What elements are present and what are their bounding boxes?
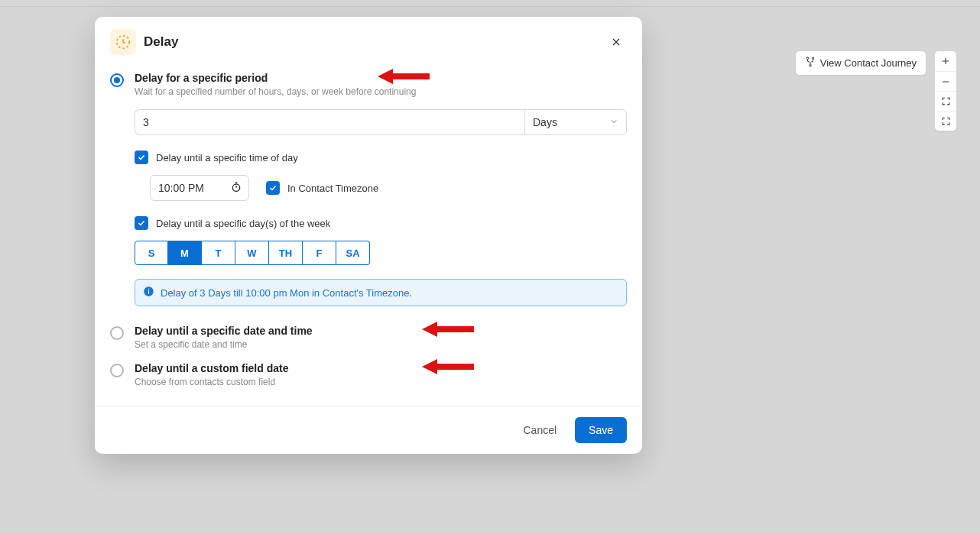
- label-time-of-day: Delay until a specific time of day: [156, 152, 298, 163]
- checkbox-days-of-week[interactable]: [135, 216, 148, 230]
- checkbox-time-of-day[interactable]: [135, 150, 148, 164]
- svg-rect-7: [148, 290, 149, 293]
- delay-unit-select[interactable]: Days: [524, 109, 627, 135]
- day-mon[interactable]: M: [168, 241, 202, 265]
- cancel-button[interactable]: Cancel: [518, 418, 561, 442]
- svg-rect-8: [148, 289, 149, 290]
- option-delay-period-title: Delay for a specific period: [135, 72, 416, 84]
- modal-footer: Cancel Save: [95, 406, 642, 454]
- fullscreen-button[interactable]: [935, 111, 956, 131]
- day-fri[interactable]: F: [303, 241, 336, 265]
- option-delay-custom-field-title: Delay until a custom field date: [135, 362, 289, 374]
- top-divider: [0, 6, 980, 7]
- radio-delay-date[interactable]: [110, 326, 124, 340]
- day-thu[interactable]: TH: [269, 241, 303, 265]
- zoom-out-button[interactable]: [935, 71, 956, 91]
- radio-delay-custom-field[interactable]: [110, 364, 124, 377]
- info-icon: [143, 286, 154, 299]
- label-contact-timezone: In Contact Timezone: [287, 183, 378, 194]
- day-wed[interactable]: W: [235, 241, 269, 265]
- canvas-toolbar: View Contact Journey: [795, 50, 957, 131]
- delay-icon: [110, 29, 136, 55]
- checkbox-contact-timezone[interactable]: [266, 181, 280, 195]
- time-value: 10:00 PM: [158, 182, 204, 194]
- delay-summary-text: Delay of 3 Days till 10:00 pm Mon in Con…: [161, 287, 412, 299]
- modal-body: Delay for a specific period Wait for a s…: [95, 63, 642, 406]
- delay-number-input[interactable]: [135, 109, 524, 135]
- stopwatch-icon: [230, 181, 242, 196]
- delay-summary: Delay of 3 Days till 10:00 pm Mon in Con…: [135, 279, 627, 306]
- radio-delay-period[interactable]: [110, 73, 124, 87]
- delay-modal: Delay Delay for a specific period Wait f…: [95, 17, 642, 454]
- option-delay-custom-field[interactable]: Delay until a custom field date Choose f…: [110, 358, 627, 392]
- option-delay-custom-field-sub: Choose from contacts custom field: [135, 377, 289, 387]
- day-of-week-group: S M T W TH F SA: [135, 241, 627, 265]
- fit-screen-button[interactable]: [935, 91, 956, 111]
- view-contact-journey-button[interactable]: View Contact Journey: [795, 50, 926, 76]
- delay-unit-value: Days: [533, 116, 557, 128]
- svg-point-2: [810, 65, 811, 66]
- modal-title: Delay: [144, 34, 178, 50]
- modal-header: Delay: [95, 17, 642, 63]
- svg-point-0: [806, 57, 808, 59]
- day-sun[interactable]: S: [135, 241, 168, 265]
- option-delay-date-sub: Set a specific date and time: [135, 339, 313, 350]
- chevron-down-icon: [609, 116, 618, 128]
- option-delay-date-title: Delay until a specific date and time: [135, 325, 313, 337]
- option-delay-period-sub: Wait for a specified number of hours, da…: [135, 86, 416, 97]
- option1-config: Days Delay until a specific time of day …: [135, 109, 627, 306]
- close-button[interactable]: [605, 31, 627, 53]
- svg-point-1: [812, 57, 813, 59]
- view-contact-journey-label: View Contact Journey: [820, 57, 917, 69]
- zoom-controls: [934, 50, 957, 131]
- time-input[interactable]: 10:00 PM: [150, 175, 249, 201]
- save-button[interactable]: Save: [575, 417, 627, 443]
- day-tue[interactable]: T: [202, 241, 235, 265]
- zoom-in-button[interactable]: [935, 51, 956, 71]
- option-delay-period[interactable]: Delay for a specific period Wait for a s…: [110, 67, 627, 102]
- label-days-of-week: Delay until a specific day(s) of the wee…: [156, 218, 330, 229]
- branch-icon: [805, 57, 816, 70]
- option-delay-date[interactable]: Delay until a specific date and time Set…: [110, 320, 627, 354]
- day-sat[interactable]: SA: [336, 241, 370, 265]
